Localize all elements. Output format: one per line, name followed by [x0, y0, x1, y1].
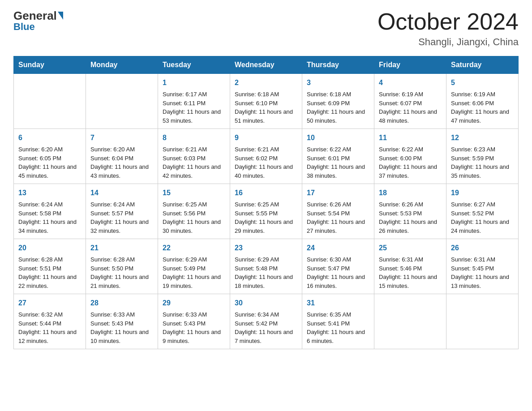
sunrise-text: Sunrise: 6:30 AM: [307, 255, 369, 264]
calendar-cell: 30Sunrise: 6:34 AMSunset: 5:42 PMDayligh…: [230, 294, 302, 349]
day-number: 12: [451, 133, 514, 143]
day-number: 10: [307, 133, 369, 143]
sunrise-text: Sunrise: 6:31 AM: [451, 255, 514, 264]
sunrise-text: Sunrise: 6:29 AM: [163, 255, 225, 264]
daylight-text: Daylight: 11 hours and 6 minutes.: [307, 328, 369, 345]
daylight-text: Daylight: 11 hours and 50 minutes.: [307, 107, 369, 125]
header-row: Sunday Monday Tuesday Wednesday Thursday…: [14, 56, 519, 74]
daylight-text: Daylight: 11 hours and 12 minutes.: [18, 328, 81, 345]
sunset-text: Sunset: 6:01 PM: [307, 154, 369, 163]
calendar-cell: 15Sunrise: 6:25 AMSunset: 5:56 PMDayligh…: [158, 184, 230, 239]
col-friday: Friday: [374, 56, 446, 74]
daylight-text: Daylight: 11 hours and 27 minutes.: [307, 218, 369, 235]
daylight-text: Daylight: 11 hours and 24 minutes.: [451, 218, 514, 235]
sunrise-text: Sunrise: 6:27 AM: [451, 200, 514, 209]
sunset-text: Sunset: 6:00 PM: [379, 154, 442, 163]
col-monday: Monday: [86, 56, 158, 74]
day-number: 17: [307, 188, 369, 198]
calendar-week-5: 27Sunrise: 6:32 AMSunset: 5:44 PMDayligh…: [14, 294, 519, 349]
calendar-cell: 27Sunrise: 6:32 AMSunset: 5:44 PMDayligh…: [14, 294, 86, 349]
day-number: 9: [235, 133, 297, 143]
day-number: 13: [18, 188, 81, 198]
sunrise-text: Sunrise: 6:24 AM: [90, 200, 153, 209]
daylight-text: Daylight: 11 hours and 18 minutes.: [235, 273, 297, 290]
sunrise-text: Sunrise: 6:22 AM: [379, 145, 442, 154]
calendar-cell: 9Sunrise: 6:21 AMSunset: 6:02 PMDaylight…: [230, 129, 302, 184]
calendar-cell: 6Sunrise: 6:20 AMSunset: 6:05 PMDaylight…: [14, 129, 86, 184]
day-number: 8: [163, 133, 225, 143]
sunrise-text: Sunrise: 6:29 AM: [235, 255, 297, 264]
calendar-cell: 2Sunrise: 6:18 AMSunset: 6:10 PMDaylight…: [230, 74, 302, 129]
daylight-text: Daylight: 11 hours and 26 minutes.: [379, 218, 442, 235]
sunrise-text: Sunrise: 6:20 AM: [90, 145, 153, 154]
sunrise-text: Sunrise: 6:22 AM: [307, 145, 369, 154]
sunset-text: Sunset: 6:04 PM: [90, 154, 153, 163]
day-number: 18: [379, 188, 442, 198]
sunset-text: Sunset: 5:48 PM: [235, 264, 297, 273]
col-wednesday: Wednesday: [230, 56, 302, 74]
calendar-cell: 7Sunrise: 6:20 AMSunset: 6:04 PMDaylight…: [86, 129, 158, 184]
col-thursday: Thursday: [302, 56, 374, 74]
sunrise-text: Sunrise: 6:33 AM: [90, 310, 153, 319]
calendar-cell: 8Sunrise: 6:21 AMSunset: 6:03 PMDaylight…: [158, 129, 230, 184]
daylight-text: Daylight: 11 hours and 9 minutes.: [163, 328, 225, 345]
calendar-cell: [14, 74, 86, 129]
calendar-cell: 4Sunrise: 6:19 AMSunset: 6:07 PMDaylight…: [374, 74, 446, 129]
day-number: 2: [235, 77, 297, 88]
calendar-cell: 29Sunrise: 6:33 AMSunset: 5:43 PMDayligh…: [158, 294, 230, 349]
calendar-cell: [86, 74, 158, 129]
calendar-cell: [374, 294, 446, 349]
daylight-text: Daylight: 11 hours and 10 minutes.: [90, 328, 153, 345]
sunrise-text: Sunrise: 6:19 AM: [451, 90, 514, 99]
sunset-text: Sunset: 6:11 PM: [163, 99, 225, 108]
calendar-cell: 14Sunrise: 6:24 AMSunset: 5:57 PMDayligh…: [86, 184, 158, 239]
sunrise-text: Sunrise: 6:21 AM: [235, 145, 297, 154]
daylight-text: Daylight: 11 hours and 7 minutes.: [235, 328, 297, 345]
calendar-cell: 17Sunrise: 6:26 AMSunset: 5:54 PMDayligh…: [302, 184, 374, 239]
sunrise-text: Sunrise: 6:35 AM: [307, 310, 369, 319]
sunset-text: Sunset: 5:56 PM: [163, 209, 225, 218]
calendar-cell: 26Sunrise: 6:31 AMSunset: 5:45 PMDayligh…: [446, 239, 519, 294]
daylight-text: Daylight: 11 hours and 32 minutes.: [90, 218, 153, 235]
day-number: 21: [90, 243, 153, 253]
day-number: 28: [90, 298, 153, 308]
day-number: 19: [451, 188, 514, 198]
sunset-text: Sunset: 5:41 PM: [307, 319, 369, 328]
logo-blue-text: Blue: [13, 21, 35, 33]
sunset-text: Sunset: 5:43 PM: [90, 319, 153, 328]
title-block: October 2024 Shangli, Jiangxi, China: [378, 9, 519, 48]
calendar-cell: 1Sunrise: 6:17 AMSunset: 6:11 PMDaylight…: [158, 74, 230, 129]
sunrise-text: Sunrise: 6:28 AM: [90, 255, 153, 264]
sunset-text: Sunset: 6:09 PM: [307, 99, 369, 108]
sunrise-text: Sunrise: 6:33 AM: [163, 310, 225, 319]
day-number: 20: [18, 243, 81, 253]
sunset-text: Sunset: 6:07 PM: [379, 99, 442, 108]
daylight-text: Daylight: 11 hours and 38 minutes.: [307, 163, 369, 180]
calendar-cell: 13Sunrise: 6:24 AMSunset: 5:58 PMDayligh…: [14, 184, 86, 239]
day-number: 25: [379, 243, 442, 253]
sunrise-text: Sunrise: 6:32 AM: [18, 310, 81, 319]
sunrise-text: Sunrise: 6:17 AM: [163, 90, 225, 99]
day-number: 3: [307, 77, 369, 88]
sunrise-text: Sunrise: 6:31 AM: [379, 255, 442, 264]
daylight-text: Daylight: 11 hours and 34 minutes.: [18, 218, 81, 235]
sunset-text: Sunset: 5:42 PM: [235, 319, 297, 328]
daylight-text: Daylight: 11 hours and 47 minutes.: [451, 107, 514, 125]
calendar-cell: 12Sunrise: 6:23 AMSunset: 5:59 PMDayligh…: [446, 129, 519, 184]
calendar-table: Sunday Monday Tuesday Wednesday Thursday…: [13, 56, 519, 349]
sunrise-text: Sunrise: 6:19 AM: [379, 90, 442, 99]
day-number: 29: [163, 298, 225, 308]
day-number: 22: [163, 243, 225, 253]
sunset-text: Sunset: 5:50 PM: [90, 264, 153, 273]
daylight-text: Daylight: 11 hours and 48 minutes.: [379, 107, 442, 125]
calendar-cell: 21Sunrise: 6:28 AMSunset: 5:50 PMDayligh…: [86, 239, 158, 294]
calendar-cell: 22Sunrise: 6:29 AMSunset: 5:49 PMDayligh…: [158, 239, 230, 294]
daylight-text: Daylight: 11 hours and 53 minutes.: [163, 107, 225, 125]
calendar-cell: 3Sunrise: 6:18 AMSunset: 6:09 PMDaylight…: [302, 74, 374, 129]
sunrise-text: Sunrise: 6:21 AM: [163, 145, 225, 154]
sunrise-text: Sunrise: 6:25 AM: [163, 200, 225, 209]
col-sunday: Sunday: [14, 56, 86, 74]
calendar-week-4: 20Sunrise: 6:28 AMSunset: 5:51 PMDayligh…: [14, 239, 519, 294]
calendar-cell: 23Sunrise: 6:29 AMSunset: 5:48 PMDayligh…: [230, 239, 302, 294]
calendar-week-1: 1Sunrise: 6:17 AMSunset: 6:11 PMDaylight…: [14, 74, 519, 129]
